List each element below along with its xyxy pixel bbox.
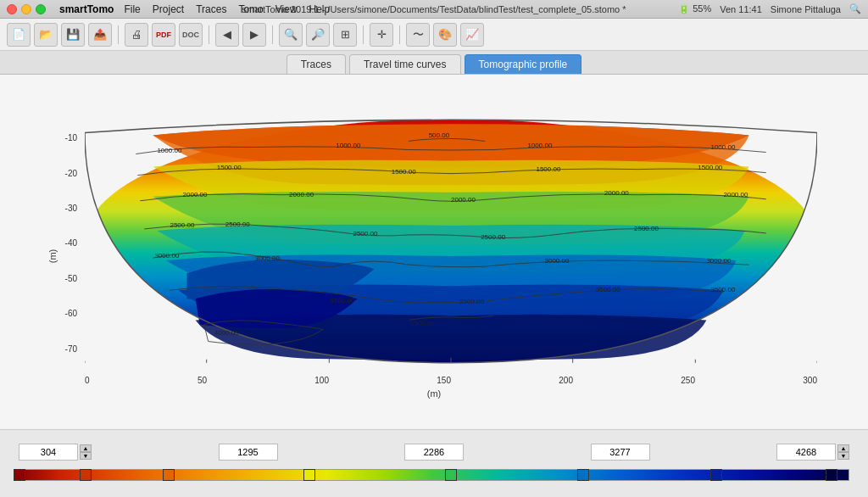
cursor-button[interactable]: ✛ <box>370 23 393 47</box>
battery-indicator: 🔋 55% <box>678 3 711 14</box>
svg-text:3500.00: 3500.00 <box>330 297 355 304</box>
titlebar-right: 🔋 55% Ven 11:41 Simone Pittaluga 🔍 <box>678 3 861 14</box>
username: Simone Pittaluga <box>771 4 841 14</box>
svg-text:3500.00: 3500.00 <box>459 298 485 305</box>
svg-text:4000.00: 4000.00 <box>214 329 240 337</box>
val4-input[interactable] <box>591 444 650 461</box>
toolbar: 📄 📂 💾 📤 🖨 PDF DOC ◀ ▶ 🔍 🔎 ⊞ ✛ 〜 🎨 📈 <box>0 19 868 51</box>
svg-text:2000.00: 2000.00 <box>604 189 630 197</box>
svg-text:2500.00: 2500.00 <box>353 230 378 237</box>
titlebar: smartTomo File Project Traces Tomo View … <box>0 0 868 19</box>
open-button[interactable]: 📂 <box>34 23 58 47</box>
y-tick-5: -60 <box>65 309 77 318</box>
val3-input[interactable] <box>404 444 464 461</box>
tab-tomographic-profile[interactable]: Tomographic profile <box>465 54 582 74</box>
colorbar-marker-6[interactable] <box>710 469 722 481</box>
color-button[interactable]: 🎨 <box>433 23 457 47</box>
traffic-lights[interactable] <box>7 4 46 14</box>
search-icon[interactable]: 🔍 <box>849 3 861 14</box>
export-button[interactable]: 📤 <box>88 23 112 47</box>
separator-3 <box>272 25 273 44</box>
zoom-fit-button[interactable]: ⊞ <box>333 23 357 47</box>
svg-text:3500.00: 3500.00 <box>410 320 436 327</box>
colorbar-marker-5[interactable] <box>577 469 589 481</box>
x-tick-0: 0 <box>85 376 90 385</box>
x-axis-label: (m) <box>427 388 442 399</box>
close-button[interactable] <box>7 4 17 14</box>
colorbar-marker-4[interactable] <box>445 469 457 481</box>
colorbar-marker-1[interactable] <box>80 469 92 481</box>
colorbar-inputs: ▲ ▼ ▲ ▼ <box>19 444 849 461</box>
separator-2 <box>209 25 209 44</box>
colorbar-marker-0[interactable] <box>14 469 25 481</box>
back-button[interactable]: ◀ <box>215 23 239 47</box>
svg-text:500.00: 500.00 <box>429 131 450 139</box>
zoom-out-button[interactable]: 🔍 <box>279 23 303 47</box>
x-tick-50: 50 <box>198 376 207 385</box>
y-tick-2: -30 <box>65 204 77 213</box>
svg-text:2500.00: 2500.00 <box>225 221 251 228</box>
colorbar-marker-3[interactable] <box>303 469 315 481</box>
menu-project[interactable]: Project <box>153 3 184 15</box>
svg-text:2000.00: 2000.00 <box>289 191 314 198</box>
svg-text:3500.00: 3500.00 <box>710 286 736 293</box>
colorbar-gradient[interactable] <box>19 469 849 481</box>
x-axis: 0 50 100 150 200 250 300 <box>85 376 817 385</box>
svg-text:3000.00: 3000.00 <box>255 254 281 262</box>
y-tick-0: -10 <box>65 133 77 142</box>
x-tick-100: 100 <box>314 376 329 385</box>
min-down-btn[interactable]: ▼ <box>80 452 92 460</box>
menu-traces[interactable]: Traces <box>196 3 226 15</box>
svg-text:3500.00: 3500.00 <box>596 286 621 293</box>
forward-button[interactable]: ▶ <box>242 23 266 47</box>
y-tick-6: -70 <box>65 344 77 354</box>
svg-text:3000.00: 3000.00 <box>706 257 732 265</box>
chart-button[interactable]: 📈 <box>460 23 484 47</box>
save-button[interactable]: 💾 <box>61 23 85 47</box>
new-button[interactable]: 📄 <box>7 23 31 47</box>
wave-button[interactable]: 〜 <box>406 23 430 47</box>
tab-traces[interactable]: Traces <box>287 54 346 74</box>
svg-text:1500.00: 1500.00 <box>536 165 561 173</box>
min-up-btn[interactable]: ▲ <box>80 444 92 452</box>
x-tick-300: 300 <box>803 376 817 385</box>
val2-input[interactable] <box>219 444 278 461</box>
x-tick-150: 150 <box>437 376 451 385</box>
zoom-in-button[interactable]: 🔎 <box>306 23 330 47</box>
app-name: smartTomo <box>59 3 114 15</box>
print-button[interactable]: 🖨 <box>125 23 148 47</box>
max-value-group: ▲ ▼ <box>776 444 849 461</box>
colorbar-marker-2[interactable] <box>163 469 175 481</box>
svg-text:2500.00: 2500.00 <box>634 225 659 232</box>
max-down-btn[interactable]: ▼ <box>837 452 849 460</box>
svg-text:2000.00: 2000.00 <box>723 191 748 198</box>
pdf-button[interactable]: PDF <box>152 23 175 47</box>
window-title: smartTomo 2019.1 - /Users/simone/Documen… <box>242 4 626 14</box>
max-value-input[interactable] <box>776 444 836 461</box>
chart-container: -10 -20 -30 -40 -50 -60 -70 (m) <box>44 112 824 400</box>
separator-5 <box>399 25 400 44</box>
maximize-button[interactable] <box>36 4 46 14</box>
separator-1 <box>118 25 119 44</box>
bottom-section: ▲ ▼ ▲ ▼ <box>0 429 868 497</box>
max-value-spinner[interactable]: ▲ ▼ <box>837 444 849 460</box>
colorbar-marker-7[interactable] <box>826 469 837 481</box>
separator-4 <box>363 25 364 44</box>
y-axis-label: (m) <box>47 249 58 264</box>
doc-button[interactable]: DOC <box>179 23 203 47</box>
tab-travel-time[interactable]: Travel time curves <box>349 54 461 74</box>
y-tick-4: -50 <box>65 274 77 283</box>
y-tick-3: -40 <box>65 238 77 248</box>
svg-text:2000.00: 2000.00 <box>183 191 209 198</box>
min-value-input[interactable] <box>19 444 78 461</box>
min-value-spinner[interactable]: ▲ ▼ <box>80 444 92 460</box>
max-up-btn[interactable]: ▲ <box>837 444 849 452</box>
tomographic-profile-svg: 500.00 1000.00 1000.00 1000.00 1000.00 1… <box>85 116 817 366</box>
menu-file[interactable]: File <box>124 3 140 15</box>
y-tick-1: -20 <box>65 169 77 178</box>
chart-plot-area[interactable]: 500.00 1000.00 1000.00 1000.00 1000.00 1… <box>85 116 817 366</box>
y-axis: -10 -20 -30 -40 -50 -60 -70 <box>44 120 82 366</box>
minimize-button[interactable] <box>21 4 31 14</box>
svg-text:1500.00: 1500.00 <box>698 164 723 171</box>
svg-text:1500.00: 1500.00 <box>217 164 242 171</box>
